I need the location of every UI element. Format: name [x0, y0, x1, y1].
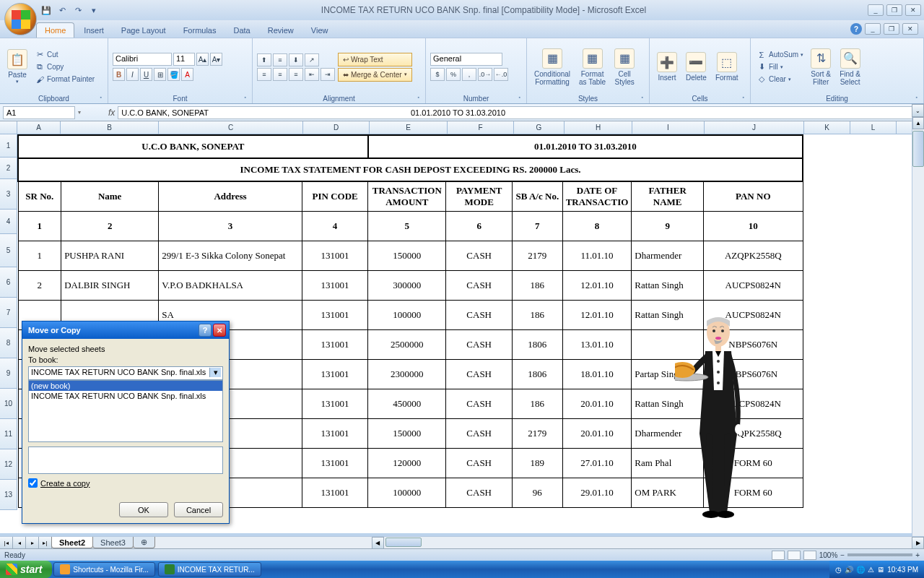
conditional-formatting-button[interactable]: ▦Conditional Formatting — [531, 47, 573, 87]
tab-review[interactable]: Review — [260, 23, 302, 38]
column-header-H[interactable]: H — [565, 121, 632, 134]
scroll-left-button[interactable]: ◀ — [372, 537, 384, 549]
data-cell[interactable]: 2 — [18, 270, 61, 300]
page-layout-view-button[interactable] — [788, 551, 801, 560]
increase-decimal-button[interactable]: .0→ — [478, 68, 492, 81]
tab-data[interactable]: Data — [225, 23, 258, 38]
data-cell[interactable]: 299/1 E-3 Sikka Colony Sonepat — [159, 241, 302, 270]
orientation-button[interactable]: ↗ — [305, 53, 319, 66]
fill-button[interactable]: ⬇Fill▾ — [755, 61, 805, 73]
align-top-button[interactable]: ⬆ — [257, 53, 271, 66]
data-cell[interactable]: 11.01.10 — [562, 241, 632, 270]
decrease-decimal-button[interactable]: ←.0 — [494, 68, 508, 81]
last-sheet-button[interactable]: ▸| — [39, 537, 52, 549]
data-cell[interactable]: 131001 — [302, 329, 367, 359]
doc-minimize-button[interactable]: _ — [865, 23, 881, 35]
data-cell[interactable]: 189 — [513, 448, 563, 478]
column-header-I[interactable]: I — [632, 121, 705, 134]
minimize-button[interactable]: _ — [868, 4, 884, 16]
expand-formula-bar-button[interactable]: ⌄ — [912, 104, 924, 117]
data-cell[interactable]: 1 — [18, 241, 61, 270]
currency-button[interactable]: $ — [430, 68, 445, 81]
data-cell[interactable]: 186 — [513, 270, 563, 300]
tab-home[interactable]: Home — [36, 22, 74, 38]
clear-button[interactable]: ◇Clear▾ — [755, 74, 805, 85]
header-cell[interactable]: DATE OF TRANSACTIO — [562, 181, 632, 211]
data-cell[interactable]: 186 — [513, 300, 563, 329]
data-cell[interactable]: 120000 — [368, 448, 446, 478]
next-sheet-button[interactable]: ▸ — [26, 537, 39, 549]
align-right-button[interactable]: ≡ — [289, 68, 303, 81]
tray-icon[interactable]: ◷ — [835, 566, 842, 574]
sheet-tab-sheet2[interactable]: Sheet2 — [51, 537, 93, 548]
percent-button[interactable]: % — [446, 68, 461, 81]
row-header-2[interactable]: 2 — [0, 158, 17, 179]
numref-cell[interactable]: 3 — [159, 211, 302, 241]
name-box[interactable] — [3, 106, 75, 119]
italic-button[interactable]: I — [126, 68, 139, 81]
new-sheet-button[interactable]: ⊕ — [133, 537, 155, 548]
data-cell[interactable]: CASH — [446, 300, 513, 329]
data-cell[interactable]: 100000 — [368, 300, 446, 329]
fill-color-button[interactable]: 🪣 — [167, 68, 180, 81]
row-header-9[interactable]: 9 — [0, 358, 17, 389]
ok-button[interactable]: OK — [119, 502, 168, 517]
column-header-F[interactable]: F — [448, 121, 514, 134]
font-color-button[interactable]: A — [181, 68, 193, 81]
copy-button[interactable]: ⧉Copy — [33, 61, 96, 73]
data-cell[interactable]: PUSHPA RANI — [61, 241, 159, 270]
cancel-button[interactable]: Cancel — [174, 502, 223, 517]
row-header-5[interactable]: 5 — [0, 234, 17, 267]
font-size-combo[interactable]: 11 — [173, 53, 195, 66]
numref-cell[interactable]: 1 — [18, 211, 61, 241]
data-cell[interactable]: 18.01.10 — [562, 359, 632, 389]
numref-cell[interactable]: 10 — [704, 211, 803, 241]
data-cell[interactable]: 131001 — [302, 448, 367, 478]
numref-cell[interactable]: 5 — [368, 211, 446, 241]
redo-icon[interactable]: ↷ — [72, 4, 84, 16]
header-cell[interactable]: PAN NO — [704, 181, 803, 211]
first-sheet-button[interactable]: |◂ — [0, 537, 13, 549]
header-cell[interactable]: Address — [159, 181, 302, 211]
scroll-right-button[interactable]: ▶ — [912, 537, 924, 549]
header-cell[interactable]: SR No. — [18, 181, 61, 211]
data-cell[interactable]: 131001 — [302, 478, 367, 507]
data-cell[interactable]: Dharmender — [632, 241, 704, 270]
data-cell[interactable]: 450000 — [368, 389, 446, 418]
vertical-scrollbar[interactable]: ▲ ▼ — [912, 117, 924, 548]
data-cell[interactable]: CASH — [446, 418, 513, 448]
column-header-J[interactable]: J — [705, 121, 804, 134]
border-button[interactable]: ⊞ — [154, 68, 166, 81]
tab-formulas[interactable]: Formulas — [175, 23, 225, 38]
data-cell[interactable]: 27.01.10 — [562, 448, 632, 478]
before-sheet-listbox[interactable] — [28, 447, 223, 474]
cell-statement[interactable]: INCOME TAX STATEMENT FOR CASH DEPOST EXC… — [18, 158, 803, 181]
paste-button[interactable]: 📋Paste▾ — [4, 48, 30, 86]
data-cell[interactable]: 131001 — [302, 418, 367, 448]
dialog-help-button[interactable]: ? — [199, 324, 212, 337]
find-select-button[interactable]: 🔍Find & Select — [837, 47, 863, 87]
start-button[interactable]: start — [0, 561, 52, 578]
data-cell[interactable]: 1806 — [513, 359, 563, 389]
data-cell[interactable]: CASH — [446, 389, 513, 418]
to-book-combo[interactable]: INCOME TAX RETURN UCO BANK Snp. final.xl… — [28, 366, 223, 380]
data-cell[interactable]: V.P.O BADKHALSA — [159, 270, 302, 300]
data-cell[interactable]: 300000 — [368, 270, 446, 300]
align-left-button[interactable]: ≡ — [257, 68, 271, 81]
column-header-B[interactable]: B — [61, 121, 159, 134]
data-cell[interactable]: 2300000 — [368, 359, 446, 389]
underline-button[interactable]: U — [140, 68, 152, 81]
data-cell[interactable]: 1806 — [513, 329, 563, 359]
cell-bank-title[interactable]: U.C.O BANK, SONEPAT — [18, 135, 368, 158]
data-cell[interactable]: Rattan Singh — [632, 270, 704, 300]
clock[interactable]: 10:43 PM — [887, 566, 918, 574]
bold-button[interactable]: B — [113, 68, 125, 81]
delete-cells-button[interactable]: ➖Delete — [683, 51, 710, 83]
format-painter-button[interactable]: 🖌Format Painter — [33, 74, 96, 85]
restore-button[interactable]: ❐ — [886, 4, 902, 16]
taskbar-item-excel[interactable]: INCOME TAX RETUR... — [158, 562, 261, 577]
numref-cell[interactable]: 9 — [632, 211, 704, 241]
data-cell[interactable]: CASH — [446, 270, 513, 300]
grow-font-button[interactable]: A▴ — [196, 53, 209, 66]
align-middle-button[interactable]: ≡ — [273, 53, 287, 66]
